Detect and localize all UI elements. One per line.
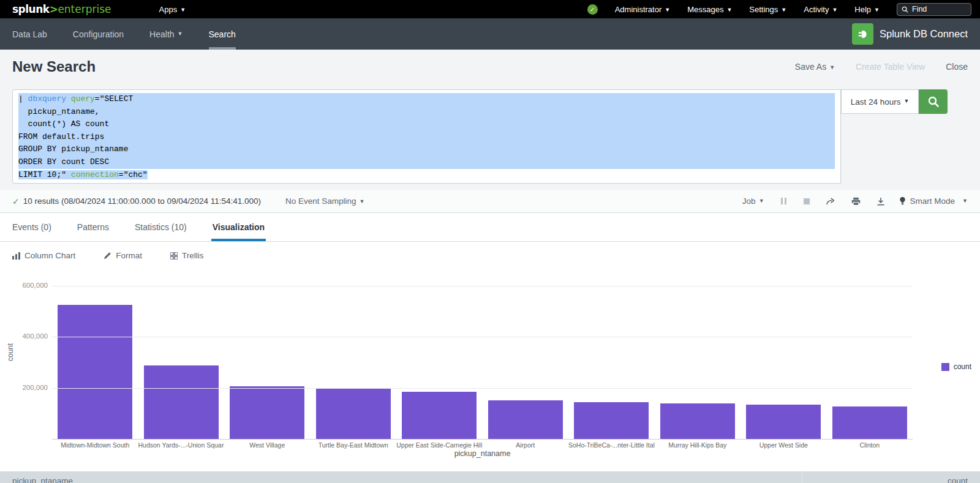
results-summary: 10 results (08/04/2024 11:00:00.000 to 0… (23, 197, 261, 206)
search-mode-menu[interactable]: Smart Mode▼ (899, 197, 968, 206)
chart-type-picker[interactable]: Column Chart (12, 251, 75, 260)
topbar-menu-messages[interactable]: Messages▼ (687, 5, 732, 14)
success-check-icon: ✓ (12, 197, 20, 206)
x-axis-category-label: Hudson Yards-...-Union Square (138, 441, 225, 449)
bar-soho-tribeca-nter-little-italy[interactable] (574, 402, 649, 439)
chart-legend[interactable]: count (941, 362, 971, 371)
bar-slot (311, 285, 397, 439)
gridline (52, 337, 913, 337)
time-range-picker[interactable]: Last 24 hours▼ (841, 89, 919, 114)
tab-patterns[interactable]: Patterns (77, 213, 109, 241)
app-nav-item-health[interactable]: Health▼ (149, 18, 196, 50)
chevron-down-icon: ▼ (829, 64, 835, 70)
pause-job-button[interactable] (772, 198, 796, 204)
find-placeholder: Find (912, 5, 927, 13)
bar-turtle-bay-east-midtown[interactable] (316, 389, 391, 439)
db-connect-app-icon[interactable] (852, 23, 873, 45)
find-search-box[interactable]: Find (897, 3, 971, 16)
x-axis-title: pickup_ntaname (52, 449, 913, 458)
app-nav-item-configuration[interactable]: Configuration (73, 18, 137, 50)
bar-upper-west-side[interactable] (746, 405, 821, 439)
bar-midtown-midtown-south[interactable] (58, 305, 132, 439)
tab-visualization[interactable]: Visualization (213, 213, 265, 241)
save-as-button[interactable]: Save As▼ (795, 62, 835, 72)
splunk-logo[interactable]: splunk>enterprise (12, 3, 111, 15)
statistics-table-header: pickup_ntaname count (0, 471, 980, 483)
create-table-view-button: Create Table View (856, 62, 925, 72)
x-axis-category-labels: Midtown-Midtown SouthHudson Yards-...-Un… (52, 441, 913, 449)
bar-slot (483, 285, 569, 439)
trellis-grid-icon (170, 252, 178, 260)
app-nav-bar: Data LabConfigurationHealth▼Search Splun… (0, 18, 980, 50)
table-column-header[interactable]: pickup_ntaname (0, 471, 802, 483)
run-search-button[interactable] (919, 89, 948, 114)
x-axis-category-label: Airport (483, 441, 569, 449)
table-column-header[interactable]: count (802, 471, 980, 483)
bar-slot (827, 285, 913, 439)
search-icon (902, 6, 908, 13)
result-tabs: Events (0)PatternsStatistics (10)Visuali… (0, 213, 980, 242)
y-axis-tick-label: 600,000 (0, 282, 48, 289)
y-axis-tick-label: 400,000 (0, 332, 48, 340)
apps-menu[interactable]: Apps▼ (159, 5, 186, 14)
bar-airport[interactable] (488, 400, 563, 439)
bar-clinton[interactable] (832, 406, 907, 439)
trellis-button[interactable]: Trellis (170, 251, 204, 260)
legend-swatch (941, 363, 949, 371)
event-sampling-menu[interactable]: No Event Sampling▼ (285, 197, 364, 206)
topbar-menu-activity[interactable]: Activity▼ (804, 5, 837, 14)
query-line: pickup_ntaname, (18, 106, 835, 119)
stop-job-button[interactable] (796, 198, 818, 204)
app-title[interactable]: Splunk DB Connect (880, 28, 968, 40)
bar-slot (396, 285, 483, 439)
print-button[interactable] (843, 197, 869, 206)
logo-splunk: splunk (12, 3, 50, 15)
lightbulb-icon (899, 197, 906, 206)
search-icon (927, 95, 940, 108)
chevron-down-icon: ▼ (874, 7, 880, 13)
query-line: LIMIT 10;" connection="chc" (18, 169, 835, 182)
bar-upper-east-side-carnegie-hill[interactable] (402, 392, 477, 439)
bar-slot (52, 285, 138, 439)
app-nav: Data LabConfigurationHealth▼Search (12, 18, 262, 50)
query-line: ORDER BY count DESC (18, 156, 835, 169)
bar-slot (655, 285, 741, 439)
tab-events-0[interactable]: Events (0) (12, 213, 51, 241)
active-tab-underline (211, 239, 266, 241)
export-button[interactable] (869, 197, 893, 206)
health-status-icon[interactable]: ✓ (587, 4, 598, 15)
x-axis-category-label: SoHo-TriBeCa-...nter-Little Italy (568, 441, 655, 449)
topbar-menu-administrator[interactable]: Administrator▼ (615, 5, 671, 14)
chevron-down-icon: ▼ (962, 198, 968, 204)
column-chart: count 600,000400,000200,000 Midtown-Midt… (0, 269, 980, 471)
chevron-down-icon: ▼ (178, 31, 183, 37)
chevron-down-icon: ▼ (665, 7, 670, 13)
visualization-toolbar: Column Chart Format Trellis (0, 242, 980, 269)
format-button[interactable]: Format (104, 251, 142, 260)
bar-west-village[interactable] (230, 386, 304, 439)
job-menu[interactable]: Job▼ (734, 197, 772, 206)
close-button[interactable]: Close (946, 62, 968, 72)
search-query-input[interactable]: | dbxquery query="SELECT pickup_ntaname,… (12, 89, 841, 184)
plug-icon (856, 28, 870, 41)
download-icon (876, 197, 885, 206)
search-bar-area: | dbxquery query="SELECT pickup_ntaname,… (0, 84, 980, 190)
app-nav-item-search[interactable]: Search (209, 18, 249, 50)
topbar-menu-help[interactable]: Help▼ (854, 5, 880, 14)
x-axis-category-label: Turtle Bay-East Midtown (311, 441, 397, 449)
x-axis-category-label: Upper East Side-Carnegie Hill (396, 441, 483, 449)
topbar-menu-settings[interactable]: Settings▼ (749, 5, 786, 14)
x-axis-line (52, 439, 913, 440)
y-axis-tick-label: 200,000 (0, 384, 48, 391)
page-header: New Search Save As▼ Create Table View Cl… (0, 50, 980, 84)
app-nav-item-data-lab[interactable]: Data Lab (12, 18, 61, 50)
page-title: New Search (12, 58, 96, 75)
tab-statistics-10[interactable]: Statistics (10) (135, 213, 187, 241)
query-line: count(*) AS count (18, 118, 835, 131)
bar-murray-hill-kips-bay[interactable] (660, 403, 735, 439)
chevron-down-icon: ▼ (726, 7, 732, 13)
query-line: GROUP BY pickup_ntaname (18, 143, 835, 156)
bar-hudson-yards-union-square[interactable] (144, 365, 219, 439)
print-icon (851, 197, 861, 206)
share-job-button[interactable] (818, 197, 843, 206)
